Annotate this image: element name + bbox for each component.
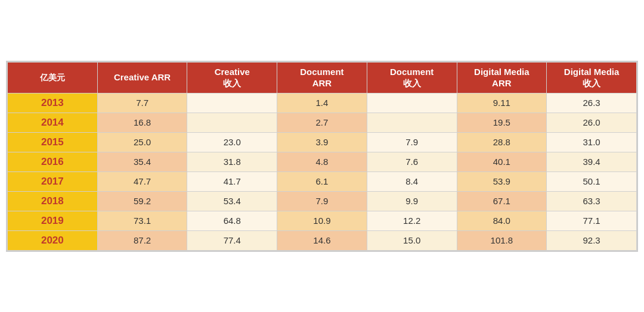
- data-cell: 9.9: [367, 191, 457, 211]
- data-cell: 14.6: [277, 230, 367, 250]
- data-cell: 31.8: [187, 152, 277, 171]
- data-cell: 1.4: [277, 93, 367, 113]
- table-row: 201973.164.810.912.284.077.1: [8, 211, 637, 230]
- data-cell: 92.3: [547, 230, 637, 250]
- data-cell: 64.8: [187, 211, 277, 230]
- data-cell: 77.1: [547, 211, 637, 230]
- table-row: 201525.023.03.97.928.831.0: [8, 132, 637, 152]
- data-cell: [187, 93, 277, 113]
- data-cell: 7.9: [277, 191, 367, 211]
- header-row: 亿美元 Creative ARR Creative收入 DocumentARR …: [8, 62, 637, 93]
- year-cell: 2018: [8, 191, 98, 211]
- col-header-digital-rev: Digital Media收入: [547, 62, 637, 93]
- year-cell: 2016: [8, 152, 98, 171]
- data-cell: [367, 93, 457, 113]
- year-cell: 2020: [8, 230, 98, 250]
- table-row: 201747.741.76.18.453.950.1: [8, 171, 637, 191]
- col-header-document-arr: DocumentARR: [277, 62, 367, 93]
- data-cell: 7.7: [97, 93, 187, 113]
- year-cell: 2015: [8, 132, 98, 152]
- data-cell: 28.8: [457, 132, 547, 152]
- data-cell: 41.7: [187, 171, 277, 191]
- col-header-creative-rev: Creative收入: [187, 62, 277, 93]
- table-row: 201416.82.719.526.0: [8, 113, 637, 132]
- data-cell: 2.7: [277, 113, 367, 132]
- data-cell: [187, 113, 277, 132]
- data-cell: 26.3: [547, 93, 637, 113]
- data-cell: 23.0: [187, 132, 277, 152]
- data-cell: 10.9: [277, 211, 367, 230]
- data-cell: 3.9: [277, 132, 367, 152]
- data-cell: 15.0: [367, 230, 457, 250]
- data-cell: 7.6: [367, 152, 457, 171]
- data-cell: 19.5: [457, 113, 547, 132]
- data-cell: 7.9: [367, 132, 457, 152]
- year-cell: 2014: [8, 113, 98, 132]
- data-cell: 12.2: [367, 211, 457, 230]
- data-cell: 59.2: [97, 191, 187, 211]
- table-row: 202087.277.414.615.0101.892.3: [8, 230, 637, 250]
- data-cell: [367, 113, 457, 132]
- data-cell: 8.4: [367, 171, 457, 191]
- col-header-unit: 亿美元: [8, 62, 98, 93]
- year-cell: 2017: [8, 171, 98, 191]
- data-cell: 16.8: [97, 113, 187, 132]
- data-table: 亿美元 Creative ARR Creative收入 DocumentARR …: [7, 62, 637, 251]
- table-row: 201859.253.47.99.967.163.3: [8, 191, 637, 211]
- data-cell: 26.0: [547, 113, 637, 132]
- data-cell: 31.0: [547, 132, 637, 152]
- data-cell: 25.0: [97, 132, 187, 152]
- data-cell: 35.4: [97, 152, 187, 171]
- col-header-creative-arr: Creative ARR: [97, 62, 187, 93]
- data-cell: 39.4: [547, 152, 637, 171]
- data-cell: 73.1: [97, 211, 187, 230]
- col-header-document-rev: Document收入: [367, 62, 457, 93]
- data-cell: 101.8: [457, 230, 547, 250]
- year-cell: 2013: [8, 93, 98, 113]
- data-cell: 50.1: [547, 171, 637, 191]
- data-cell: 40.1: [457, 152, 547, 171]
- data-cell: 53.4: [187, 191, 277, 211]
- data-cell: 6.1: [277, 171, 367, 191]
- table-row: 20137.71.49.1126.3: [8, 93, 637, 113]
- main-table-container: 亿美元 Creative ARR Creative收入 DocumentARR …: [6, 61, 638, 252]
- col-header-digital-arr: Digital MediaARR: [457, 62, 547, 93]
- table-row: 201635.431.84.87.640.139.4: [8, 152, 637, 171]
- data-cell: 77.4: [187, 230, 277, 250]
- data-cell: 67.1: [457, 191, 547, 211]
- data-cell: 53.9: [457, 171, 547, 191]
- data-cell: 87.2: [97, 230, 187, 250]
- data-cell: 47.7: [97, 171, 187, 191]
- data-cell: 9.11: [457, 93, 547, 113]
- data-cell: 84.0: [457, 211, 547, 230]
- data-cell: 4.8: [277, 152, 367, 171]
- data-cell: 63.3: [547, 191, 637, 211]
- year-cell: 2019: [8, 211, 98, 230]
